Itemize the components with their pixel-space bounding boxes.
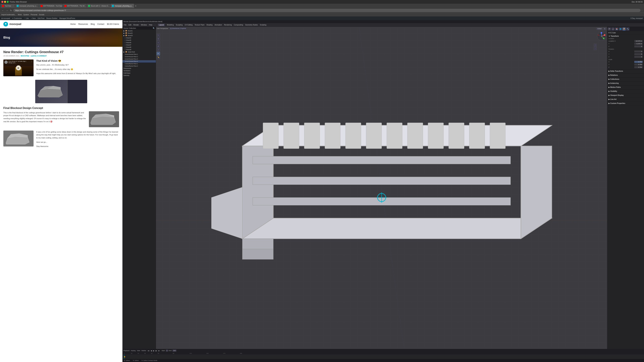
outliner-item-pathsteps[interactable]: PathSteps <box>122 72 156 74</box>
bookmark-import[interactable]: Import bookmarks... <box>1 14 16 15</box>
move-tool-btn[interactable]: ⊹ <box>157 41 160 44</box>
visibility-title[interactable]: ▶ Visibility <box>608 90 643 92</box>
maximize-button[interactable] <box>7 1 9 3</box>
extensions-icon[interactable]: ⋮ <box>641 9 643 11</box>
tab-ariana[interactable]: Stuck with U - Ariana G... × <box>87 4 110 8</box>
new-tab-button[interactable]: + <box>134 4 137 7</box>
video-menu-icon[interactable]: ⋮ <box>31 60 32 62</box>
wp-customise[interactable]: ✏ Customise <box>12 17 22 19</box>
rot-y-value[interactable]: 0 <box>634 53 643 55</box>
outliner-item-board2[interactable]: ▶ 📦 Board2 <box>122 32 156 34</box>
back-button[interactable]: ← <box>1 9 4 12</box>
outliner-item-board1[interactable]: ▶ 📦 Board1 <box>122 30 156 32</box>
video-play-button[interactable]: ▶ <box>16 65 21 70</box>
menu-edit[interactable]: Edit <box>128 24 131 26</box>
output-props-tab[interactable]: 🖨 <box>611 27 615 31</box>
loc-x-value[interactable]: 10.575 m <box>634 40 643 42</box>
outliner-item-outosmoze[interactable]: Outosmoze <box>122 67 156 69</box>
outliner-item-board7[interactable]: □ Board7 <box>122 44 156 46</box>
address-bar[interactable] <box>13 9 640 12</box>
scale-tool-btn[interactable]: ⤢ <box>157 48 160 52</box>
bookmark-personal[interactable]: Personal <box>31 14 37 15</box>
bookmark-system[interactable]: System <box>24 14 29 15</box>
rot-z-value[interactable]: 0 <box>634 56 643 58</box>
post-comment-link[interactable]: LEAVE A COMMENT <box>31 55 47 57</box>
delta-transform-title[interactable]: ▶ Delta Transform <box>608 70 643 72</box>
minimize-button[interactable] <box>4 1 6 3</box>
transform-title[interactable]: ▼ Transform <box>608 35 643 37</box>
tab-kaytranada1[interactable]: KAYTRANADA - YouTube × <box>39 4 62 8</box>
nav-blog[interactable]: Blog <box>91 23 95 25</box>
relations-title[interactable]: ▶ Relations <box>608 74 643 76</box>
workspace-uv[interactable]: UV Editing <box>185 24 192 26</box>
rot-x-value[interactable]: 0 <box>634 50 643 52</box>
menu-help[interactable]: Help <box>149 24 152 26</box>
wp-managed[interactable]: Managed WordPress <box>59 17 75 19</box>
reload-button[interactable]: ↻ <box>10 9 12 12</box>
outliner-item-board5[interactable]: □ Board5 <box>122 39 156 41</box>
prev-frame-btn[interactable]: ◀ <box>150 350 152 352</box>
menu-window[interactable]: Window <box>141 24 147 26</box>
modifier-tab[interactable]: 🔧 <box>626 27 630 31</box>
outliner-item-ventilation[interactable]: Ventilation <box>122 69 156 72</box>
outliner-item-board6[interactable]: □ Board6 <box>122 41 156 44</box>
workspace-sculpting[interactable]: Sculpting <box>176 24 183 26</box>
tab-moovpad1[interactable]: moovpad, physiolog, p... × <box>15 4 39 8</box>
workspace-layout[interactable]: Layout <box>158 24 165 26</box>
wp-new[interactable]: + New <box>31 17 36 19</box>
rotate-tool-btn[interactable]: ↺ <box>157 44 160 48</box>
workspace-scripting[interactable]: Scripting <box>260 24 266 26</box>
workspace-geometry[interactable]: Geometry Nodes <box>245 24 258 26</box>
workspace-compositing[interactable]: Compositing <box>234 24 243 26</box>
select-tool-btn[interactable]: ↖ <box>157 33 160 37</box>
outliner-item-row2[interactable]: Greenhouse-Row-2 <box>122 55 156 58</box>
custom-props-title[interactable]: ▶ Custom Properties <box>608 102 643 104</box>
go-end-btn[interactable]: ⏭ <box>158 350 160 352</box>
collections-title[interactable]: ▶ Collections <box>608 78 643 80</box>
post-author-link[interactable]: MOOVPAD <box>21 55 29 57</box>
instancing-title[interactable]: ▶ Instancing <box>608 82 643 84</box>
bookmark-work[interactable]: Work <box>18 14 22 15</box>
menu-render[interactable]: Render <box>133 24 139 26</box>
nav-home[interactable]: Home <box>70 23 76 25</box>
outliner-item-board8[interactable]: □ Board8 <box>122 46 156 48</box>
nav-contact[interactable]: Contact <box>98 23 104 25</box>
wp-like[interactable]: ♡ Like <box>24 17 29 19</box>
next-frame-btn[interactable]: ▶ <box>155 350 157 352</box>
object-tab[interactable]: 📦 <box>622 27 626 31</box>
close-button[interactable] <box>1 1 3 3</box>
scale-z-value[interactable]: 0.750 <box>634 66 643 68</box>
end-frame-value[interactable]: 250 <box>172 350 176 352</box>
workspace-shading[interactable]: Shading <box>206 24 213 26</box>
tab-close-youtube[interactable]: × <box>12 5 14 7</box>
go-start-btn[interactable]: ⏮ <box>148 350 150 352</box>
viewport-display-title[interactable]: ▶ Viewport Display <box>608 94 643 96</box>
workspace-animation[interactable]: Animation <box>214 24 222 26</box>
scale-x-value[interactable]: 0.750 <box>634 61 643 63</box>
line-art-title[interactable]: ▶ Line Art <box>608 98 643 100</box>
nav-resources[interactable]: Resources <box>78 23 88 25</box>
outliner-item-cutrow2[interactable]: Cutoutframe-Row-2 <box>122 65 156 67</box>
nav-cart[interactable]: $0.00 0 items <box>107 23 119 25</box>
measure-tool-btn[interactable]: 📏 <box>157 56 160 59</box>
loc-z-value[interactable]: 0 <box>634 45 643 47</box>
outliner-item-board9[interactable]: □ Board9 <box>122 48 156 51</box>
render-props-tab[interactable]: 🎬 <box>608 27 611 31</box>
view-global-btn[interactable]: Global <box>596 27 602 30</box>
tab-youtube[interactable]: YouTube × <box>1 4 15 8</box>
zoom-in-btn[interactable]: + <box>594 43 597 46</box>
scale-y-value[interactable]: 0.750 <box>634 63 643 65</box>
video-thumbnail[interactable]: Chris Brown ft. Ty Dolla Sign | Always (… <box>3 59 34 76</box>
outliner-search-icon[interactable]: 🔍 <box>153 27 155 29</box>
view-layer-tab[interactable]: 📚 <box>615 27 618 31</box>
loc-y-value[interactable]: 0.375 m <box>634 43 643 45</box>
outliner-item-row1[interactable]: Greenhouse-Row-1 <box>122 53 156 55</box>
start-frame-value[interactable]: 1 <box>166 350 168 352</box>
workspace-rendering[interactable]: Rendering <box>224 24 232 26</box>
cursor-tool-btn[interactable]: ✛ <box>157 37 160 40</box>
zoom-out-btn[interactable]: − <box>594 47 597 50</box>
outliner-item-board3[interactable]: ▶ 📦 Board3 <box>122 34 156 37</box>
tab-kaytranada2[interactable]: KAYTRANADA - The W... × <box>63 4 86 8</box>
outliner-item-row4[interactable]: Greenhouse-Row-4 <box>122 60 156 62</box>
workspace-modeling[interactable]: Modeling <box>167 24 174 26</box>
